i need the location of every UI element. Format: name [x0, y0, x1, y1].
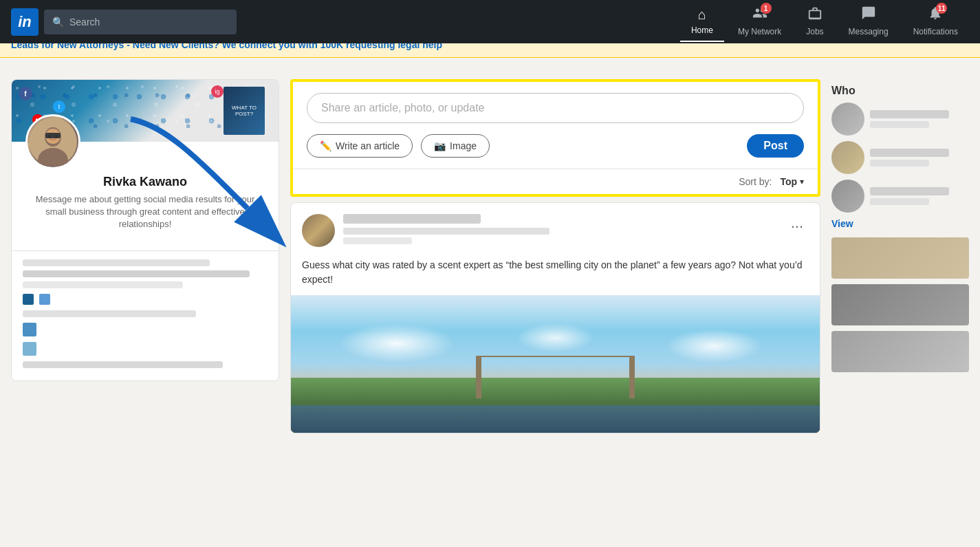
post-button[interactable]: Post: [747, 134, 804, 158]
post-time-blurred: [343, 237, 412, 244]
profile-info: Rivka Kawano Message me about getting so…: [12, 169, 279, 242]
image-label: Image: [450, 140, 477, 151]
right-avatar-1: [831, 103, 864, 136]
right-name-2: [870, 149, 949, 157]
right-avatar-3: [831, 180, 864, 213]
nav-label-jobs: Jobs: [806, 27, 823, 36]
stat-icon-2: [23, 323, 36, 336]
nav-item-messaging[interactable]: Messaging: [838, 0, 900, 43]
view-all-link[interactable]: View: [831, 218, 969, 229]
write-article-label: Write an article: [336, 140, 400, 151]
linkedin-logo[interactable]: in: [11, 8, 39, 36]
right-meta-1: [870, 110, 969, 128]
right-panel-header: Who: [831, 79, 969, 103]
jobs-icon: [807, 6, 823, 24]
bridge-tower-right: [629, 357, 635, 398]
svg-rect-4: [45, 133, 61, 138]
right-avatar-2: [831, 141, 864, 174]
notifications-icon: 11: [928, 6, 943, 24]
bridge-tower-left: [476, 357, 481, 398]
home-icon: ⌂: [698, 7, 706, 23]
right-sub-2: [870, 160, 929, 167]
stat-bar-2: [23, 270, 250, 277]
search-icon: 🔍: [52, 17, 64, 28]
fb-icon: f: [19, 87, 32, 100]
post-subtitle-blurred: [343, 228, 549, 235]
svg-point-5: [49, 136, 51, 138]
stat-icon-blue: [23, 294, 34, 305]
sort-label: Sort by:: [739, 176, 772, 187]
ig-icon: ig: [211, 85, 224, 98]
center-feed: Share an article, photo, or update ✏️ Wr…: [290, 79, 820, 439]
main-content: Leads for New Attorneys - Need New Clien…: [0, 43, 980, 450]
right-meta-2: [870, 149, 969, 167]
stat-bar-1: [23, 259, 210, 266]
post-name-blurred: [343, 214, 481, 224]
bridge-cable: [476, 356, 635, 357]
my-network-badge: 1: [761, 3, 772, 14]
right-sub-3: [870, 198, 929, 205]
stat-icon-3: [23, 342, 36, 356]
right-banner-3: [831, 331, 969, 372]
nav-item-my-network[interactable]: 1 My Network: [727, 0, 792, 43]
post-image-water: [291, 405, 820, 433]
stat-bar-4: [23, 310, 196, 317]
post-more-button[interactable]: ...: [785, 214, 809, 232]
main-nav: ⌂ Home 1 My Network Jobs Messaging: [680, 0, 969, 43]
profile-bio: Message me about getting social media re…: [28, 193, 262, 231]
share-box-wrapper: Share an article, photo, or update ✏️ Wr…: [290, 79, 820, 197]
search-bar[interactable]: 🔍: [44, 10, 237, 34]
write-article-icon: ✏️: [320, 140, 331, 151]
nav-item-home[interactable]: ⌂ Home: [680, 1, 724, 42]
sort-value: Top: [780, 176, 797, 187]
right-name-3: [870, 187, 949, 195]
right-person-1: [831, 103, 969, 136]
right-person-2: [831, 141, 969, 174]
nav-label-my-network: My Network: [738, 27, 781, 36]
share-box: Share an article, photo, or update ✏️ Wr…: [293, 82, 818, 169]
nav-label-messaging: Messaging: [849, 27, 889, 36]
left-sidebar: f t ig ▶ WHAT TO POST?: [11, 79, 279, 439]
post-card: ... Guess what city was rated by a scent…: [290, 202, 820, 433]
nav-item-notifications[interactable]: 11 Notifications: [902, 0, 969, 43]
book-cover: WHAT TO POST?: [224, 87, 265, 135]
avatar: [25, 114, 80, 169]
share-actions: ✏️ Write an article 📷 Image Post: [307, 134, 804, 158]
search-input[interactable]: [69, 17, 228, 28]
stat-icon-row: [23, 294, 268, 305]
sort-bar: Sort by: Top ▾: [293, 169, 818, 194]
right-sub-1: [870, 121, 929, 128]
notifications-badge: 11: [936, 3, 947, 14]
share-input[interactable]: Share an article, photo, or update: [307, 93, 804, 123]
image-button[interactable]: 📷 Image: [421, 134, 490, 158]
post-header: ...: [291, 203, 820, 258]
stat-icon-lightblue: [39, 294, 50, 305]
post-avatar-inner: [302, 214, 335, 247]
profile-stats-area: [12, 259, 279, 380]
messaging-icon: [861, 6, 876, 24]
sort-chevron-icon[interactable]: ▾: [800, 177, 804, 186]
svg-point-6: [56, 136, 58, 138]
right-meta-3: [870, 187, 969, 205]
image-icon: 📷: [434, 140, 446, 151]
stat-bar-5: [23, 361, 223, 368]
navbar: in 🔍 ⌂ Home 1 My Network Jobs Messaging: [0, 0, 980, 43]
profile-card: f t ig ▶ WHAT TO POST?: [11, 79, 279, 381]
profile-divider: [12, 250, 279, 251]
stat-bar-3: [23, 281, 183, 288]
right-person-3: [831, 180, 969, 213]
post-image: [291, 295, 820, 433]
right-banner-2: [831, 284, 969, 325]
right-sidebar: Who View: [831, 79, 969, 439]
twitter-icon: t: [53, 100, 65, 113]
nav-label-home: Home: [691, 25, 713, 35]
nav-label-notifications: Notifications: [913, 27, 958, 36]
nav-item-jobs[interactable]: Jobs: [795, 0, 834, 43]
post-image-clouds: [291, 316, 820, 371]
profile-avatar-container: [25, 114, 80, 169]
write-article-button[interactable]: ✏️ Write an article: [307, 134, 413, 158]
post-avatar: [302, 214, 335, 247]
right-panel-title: Who: [831, 85, 856, 96]
right-banner-1: [831, 237, 969, 279]
post-text: Guess what city was rated by a scent exp…: [291, 258, 820, 295]
